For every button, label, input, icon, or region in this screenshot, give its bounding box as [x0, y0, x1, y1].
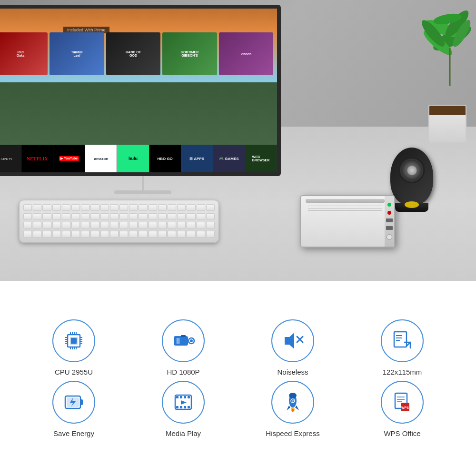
hd-icon-circle — [162, 319, 205, 362]
svg-rect-55 — [184, 406, 186, 408]
media-label: Media Play — [166, 429, 201, 437]
app-browser: WEBBROWSER — [245, 145, 277, 172]
wps-label: WPS Office — [384, 429, 420, 437]
feature-size: 122x115mm — [347, 319, 457, 376]
speaker — [390, 148, 433, 205]
energy-icon-circle — [52, 381, 95, 424]
cpu-label: CPU 2955U — [55, 368, 93, 376]
product-hero-image: Included With Prime RedOaks TumbleLeaf H… — [0, 0, 476, 281]
features-grid: CPU 2955U — [19, 319, 457, 437]
app-apps: ⊞ APPS — [181, 145, 213, 172]
tv-app-bar: ▶ LIVE TV NETFLIX ▶ YouTube amazon hulu … — [0, 145, 277, 172]
svg-point-63 — [292, 400, 294, 402]
feature-media: Media Play — [129, 381, 238, 437]
feature-wps: WPS WPS Office — [347, 381, 457, 437]
app-youtube: ▶ YouTube — [53, 145, 85, 172]
svg-rect-10 — [71, 338, 77, 344]
tv-thumbnails: RedOaks TumbleLeaf HAND OFGOD GORTIMERGI… — [0, 32, 277, 75]
svg-rect-27 — [174, 336, 188, 346]
thumb-tumbleleaf: TumbleLeaf — [50, 32, 104, 75]
svg-point-65 — [292, 409, 294, 412]
size-icon-circle — [381, 319, 424, 362]
features-section: CPU 2955U — [0, 281, 476, 476]
media-icon-circle — [162, 381, 205, 424]
svg-rect-49 — [176, 396, 178, 398]
tv-screen: Included With Prime RedOaks TumbleLeaf H… — [0, 5, 281, 176]
feature-noiseless: Noiseless — [238, 319, 347, 376]
svg-text:WPS: WPS — [401, 406, 409, 409]
plant — [414, 0, 476, 143]
svg-rect-35 — [181, 335, 186, 337]
svg-marker-36 — [285, 333, 294, 349]
feature-hd: HD 1080P — [129, 319, 238, 376]
app-live-tv: ▶ LIVE TV — [0, 145, 21, 172]
keyboard — [19, 200, 219, 243]
thumb-redoaks: RedOaks — [0, 32, 48, 75]
svg-marker-61 — [295, 406, 299, 410]
hd-label: HD 1080P — [167, 368, 199, 376]
svg-rect-52 — [188, 396, 190, 398]
feature-cpu: CPU 2955U — [19, 319, 129, 376]
cpu-icon-circle — [52, 319, 95, 362]
mini-pc-box — [300, 195, 395, 248]
app-games: 🎮 GAMES — [213, 145, 245, 172]
plant-pot — [428, 105, 466, 143]
svg-rect-54 — [180, 406, 182, 408]
svg-rect-45 — [80, 399, 83, 405]
noiseless-icon-circle — [271, 319, 314, 362]
svg-point-59 — [289, 393, 297, 398]
feature-hispeed: Hispeed Express — [238, 381, 347, 437]
app-netflix: NETFLIX — [21, 145, 53, 172]
hispeed-label: Hispeed Express — [266, 429, 319, 437]
wps-icon-circle: WPS — [381, 381, 424, 424]
noiseless-label: Noiseless — [277, 368, 308, 376]
app-amazon: amazon — [85, 145, 117, 172]
thumb-vishen: Vishen — [219, 32, 273, 75]
app-hulu: hulu — [117, 145, 149, 172]
thumb-gortimer: GORTIMERGIBBON'S — [162, 32, 217, 75]
svg-rect-39 — [394, 332, 407, 347]
svg-rect-53 — [176, 406, 178, 408]
feature-energy: Save Energy — [19, 381, 129, 437]
svg-rect-50 — [180, 396, 182, 398]
svg-marker-60 — [287, 406, 290, 410]
energy-label: Save Energy — [53, 429, 94, 437]
thumb-handofgod: HAND OFGOD — [106, 32, 160, 75]
svg-point-29 — [190, 339, 193, 342]
svg-rect-51 — [184, 396, 186, 398]
tv-monitor: Included With Prime RedOaks TumbleLeaf H… — [0, 5, 300, 205]
app-hbogo: HBO GO — [149, 145, 181, 172]
size-label: 122x115mm — [383, 368, 422, 376]
svg-marker-57 — [181, 400, 187, 405]
hispeed-icon-circle — [271, 381, 314, 424]
svg-rect-56 — [188, 406, 190, 408]
